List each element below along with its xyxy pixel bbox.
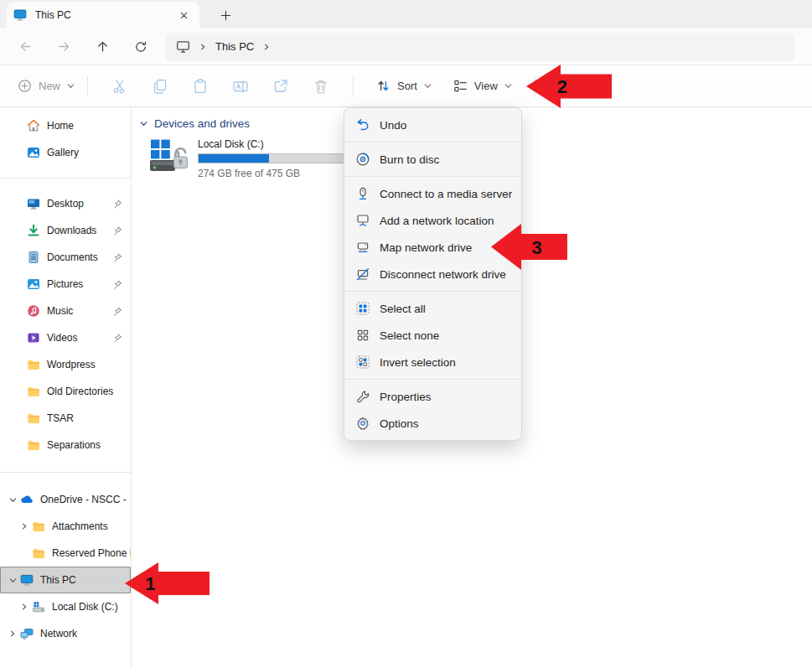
sidebar-item-documents[interactable]: Documents	[0, 244, 131, 271]
new-tab-button[interactable]	[215, 4, 236, 26]
rename-button[interactable]	[225, 71, 256, 101]
folder-icon	[27, 438, 40, 452]
sidebar-item-local-disk-c[interactable]: Local Disk (C:)	[0, 593, 131, 620]
breadcrumb[interactable]: This PC	[215, 40, 254, 53]
svg-text:1: 1	[145, 573, 155, 594]
sidebar-item-wordpress[interactable]: Wordpress	[0, 351, 131, 378]
folder-icon	[32, 546, 45, 560]
pin-icon	[112, 225, 123, 236]
sidebar-item-network[interactable]: Network	[0, 620, 131, 647]
sidebar-item-label: Attachments	[52, 520, 108, 532]
menu-item-label: Select none	[380, 329, 439, 342]
cut-button[interactable]	[105, 71, 135, 101]
sidebar-item-separations[interactable]: Separations	[0, 432, 131, 458]
new-button[interactable]: New	[17, 78, 75, 94]
menu-item-label: Burn to disc	[380, 153, 439, 166]
pin-icon	[112, 333, 123, 344]
menu-item-options[interactable]: Options	[344, 410, 521, 437]
toolbar-divider	[87, 75, 88, 97]
videos-icon	[27, 331, 40, 344]
menu-item-invert-selection[interactable]: Invert selection	[344, 349, 521, 375]
sort-icon	[375, 78, 391, 94]
chevron-down-icon[interactable]	[5, 495, 20, 505]
forward-button[interactable]	[50, 34, 77, 60]
sidebar-item-label: Documents	[47, 251, 98, 263]
new-plus-icon	[17, 78, 33, 94]
sidebar-item-this-pc[interactable]: This PC	[0, 567, 131, 593]
navigation-pane: HomeGallery DesktopDownloadsDocumentsPic…	[0, 107, 132, 668]
undo-icon	[354, 117, 371, 132]
network-location-icon	[354, 213, 371, 228]
sidebar-item-label: Reserved Phone N	[52, 547, 131, 559]
group-header-label: Devices and drives	[154, 117, 250, 130]
delete-button[interactable]	[306, 71, 336, 101]
sidebar-item-music[interactable]: Music	[0, 298, 131, 324]
sidebar-item-home[interactable]: Home	[0, 112, 131, 139]
chevron-down-icon	[423, 81, 432, 91]
sidebar-item-label: Videos	[47, 332, 77, 344]
drive-free-space: 274 GB free of 475 GB	[198, 168, 367, 179]
menu-item-connect-to-a-media-server[interactable]: Connect to a media server	[344, 180, 521, 207]
close-icon[interactable]	[174, 6, 193, 24]
options-icon	[354, 416, 371, 431]
documents-icon	[27, 251, 40, 264]
drive-usage-fill	[199, 154, 269, 163]
view-button[interactable]: View	[453, 78, 513, 94]
paste-icon	[192, 78, 209, 95]
menu-item-properties[interactable]: Properties	[344, 383, 521, 410]
properties-icon	[354, 389, 371, 404]
select-all-icon	[354, 301, 371, 316]
tab-bar: This PC	[0, 0, 812, 28]
disconnect-drive-icon	[354, 267, 371, 282]
sidebar-item-attachments[interactable]: Attachments	[0, 513, 131, 540]
downloads-icon	[27, 224, 40, 237]
menu-item-select-all[interactable]: Select all	[344, 295, 521, 322]
chevron-right-icon[interactable]	[5, 629, 20, 638]
sidebar-item-downloads[interactable]: Downloads	[0, 217, 131, 244]
gallery-icon	[27, 146, 40, 159]
sidebar-item-label: Downloads	[47, 225, 96, 236]
menu-item-undo[interactable]: Undo	[344, 111, 521, 138]
paste-button[interactable]	[185, 71, 215, 101]
chevron-right-icon[interactable]	[17, 522, 32, 531]
annotation-arrow-2: 2	[526, 65, 612, 111]
sidebar-item-videos[interactable]: Videos	[0, 324, 131, 351]
sort-button[interactable]: Sort	[375, 78, 432, 94]
thispc-icon	[20, 573, 34, 587]
menu-item-select-none[interactable]: Select none	[344, 322, 521, 349]
toolbar-divider	[353, 75, 354, 97]
chevron-right-icon[interactable]	[17, 603, 32, 611]
pin-icon	[112, 199, 123, 210]
menu-divider	[345, 142, 520, 142]
sidebar-item-onedrive-nscc[interactable]: OneDrive - NSCC -	[0, 486, 131, 513]
refresh-button[interactable]	[127, 34, 154, 60]
menu-item-burn-to-disc[interactable]: Burn to disc	[344, 146, 521, 173]
menu-item-label: Invert selection	[380, 356, 456, 369]
up-button[interactable]	[89, 34, 116, 60]
chevron-right-icon[interactable]	[262, 43, 271, 51]
address-bar[interactable]: This PC	[166, 33, 794, 61]
sidebar-item-desktop[interactable]: Desktop	[0, 190, 131, 217]
back-button[interactable]	[12, 34, 39, 60]
sidebar-item-tsar[interactable]: TSAR	[0, 405, 131, 432]
sidebar-item-label: Network	[40, 628, 77, 640]
tab-this-pc[interactable]: This PC	[7, 2, 199, 28]
sidebar-item-gallery[interactable]: Gallery	[0, 139, 131, 166]
network-icon	[20, 627, 34, 640]
menu-divider	[345, 291, 520, 292]
drive-icon	[32, 600, 45, 614]
sidebar-item-label: Music	[47, 305, 73, 317]
sidebar-item-reserved-phone-n[interactable]: Reserved Phone N	[0, 540, 131, 567]
sidebar-item-pictures[interactable]: Pictures	[0, 271, 131, 298]
menu-item-label: Map network drive	[380, 241, 472, 254]
sidebar-item-old-directories[interactable]: Old Directories	[0, 378, 131, 405]
menu-item-label: Select all	[380, 303, 426, 315]
chevron-down-icon[interactable]	[139, 119, 148, 128]
chevron-down-icon[interactable]	[5, 576, 20, 585]
chevron-right-icon	[199, 43, 207, 51]
invert-selection-icon	[354, 355, 371, 370]
copy-button[interactable]	[145, 71, 175, 101]
menu-item-label: Undo	[380, 119, 406, 132]
sidebar-item-label: Desktop	[47, 198, 84, 210]
share-button[interactable]	[266, 71, 296, 101]
